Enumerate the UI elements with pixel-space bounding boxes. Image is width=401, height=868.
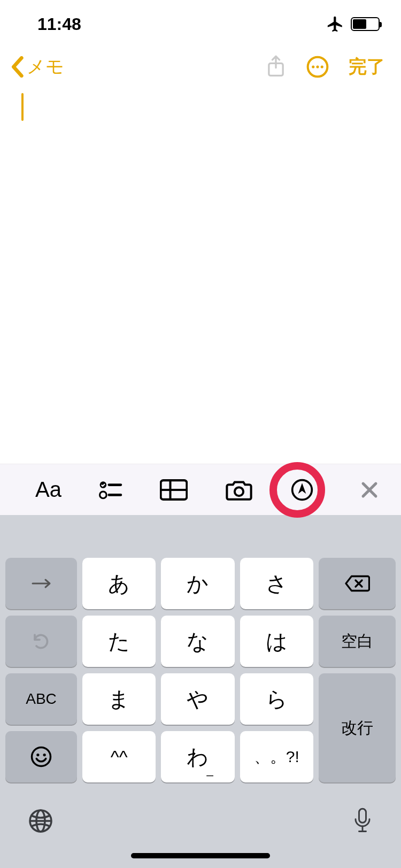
back-label: メモ bbox=[27, 55, 64, 79]
back-button[interactable]: メモ bbox=[10, 55, 64, 79]
key-ha[interactable]: は bbox=[240, 616, 313, 667]
svg-point-3 bbox=[316, 65, 319, 68]
svg-point-7 bbox=[100, 491, 107, 498]
chevron-left-icon bbox=[10, 56, 25, 78]
checklist-button[interactable] bbox=[99, 479, 122, 501]
key-punctuation[interactable]: 、。?! bbox=[240, 731, 313, 782]
svg-rect-21 bbox=[359, 809, 366, 823]
text-format-button[interactable]: Aa bbox=[35, 478, 61, 502]
svg-point-17 bbox=[43, 754, 46, 756]
svg-point-16 bbox=[36, 754, 39, 756]
keyboard-bottom-bar bbox=[0, 789, 401, 853]
keyboard: ABC あ か さ た な は ま や ら ^^ bbox=[0, 515, 401, 868]
markup-button[interactable] bbox=[290, 478, 314, 502]
key-sa[interactable]: さ bbox=[240, 558, 313, 609]
key-ra[interactable]: ら bbox=[240, 673, 313, 725]
key-abc[interactable]: ABC bbox=[5, 673, 77, 725]
svg-point-4 bbox=[321, 65, 323, 68]
key-undo[interactable] bbox=[5, 616, 77, 667]
key-ka[interactable]: か bbox=[161, 558, 234, 609]
close-toolbar-button[interactable] bbox=[360, 481, 390, 499]
key-wa[interactable]: わ _ bbox=[161, 731, 234, 782]
key-wa-label: わ bbox=[187, 742, 209, 772]
status-time: 11:48 bbox=[37, 14, 81, 34]
globe-icon[interactable] bbox=[28, 808, 53, 834]
svg-point-12 bbox=[235, 487, 243, 496]
key-ma[interactable]: ま bbox=[82, 673, 156, 725]
svg-point-2 bbox=[312, 65, 314, 68]
note-editor[interactable] bbox=[0, 86, 401, 464]
key-na[interactable]: な bbox=[161, 616, 234, 667]
key-delete[interactable] bbox=[319, 558, 396, 609]
status-bar: 11:48 bbox=[0, 0, 401, 48]
key-kaomoji[interactable]: ^^ bbox=[82, 731, 156, 782]
navigation-bar: メモ 完了 bbox=[0, 48, 401, 86]
key-space[interactable]: 空白 bbox=[319, 616, 396, 667]
dictation-icon[interactable] bbox=[352, 807, 373, 835]
done-button[interactable]: 完了 bbox=[349, 55, 385, 79]
more-icon[interactable] bbox=[306, 55, 329, 79]
key-ya[interactable]: や bbox=[161, 673, 234, 725]
share-icon[interactable] bbox=[265, 55, 287, 79]
text-cursor bbox=[21, 93, 24, 121]
key-emoji[interactable] bbox=[5, 731, 77, 782]
key-ta[interactable]: た bbox=[82, 616, 156, 667]
airplane-mode-icon bbox=[326, 15, 344, 33]
battery-icon bbox=[351, 17, 380, 31]
camera-button[interactable] bbox=[225, 479, 253, 501]
key-return[interactable]: 改行 bbox=[319, 673, 396, 782]
status-icons bbox=[326, 15, 380, 33]
home-indicator[interactable] bbox=[131, 853, 270, 858]
key-next-candidate[interactable] bbox=[5, 558, 77, 609]
svg-point-15 bbox=[32, 748, 51, 766]
formatting-toolbar: Aa bbox=[0, 464, 401, 515]
table-button[interactable] bbox=[160, 479, 188, 501]
key-a[interactable]: あ bbox=[82, 558, 156, 609]
